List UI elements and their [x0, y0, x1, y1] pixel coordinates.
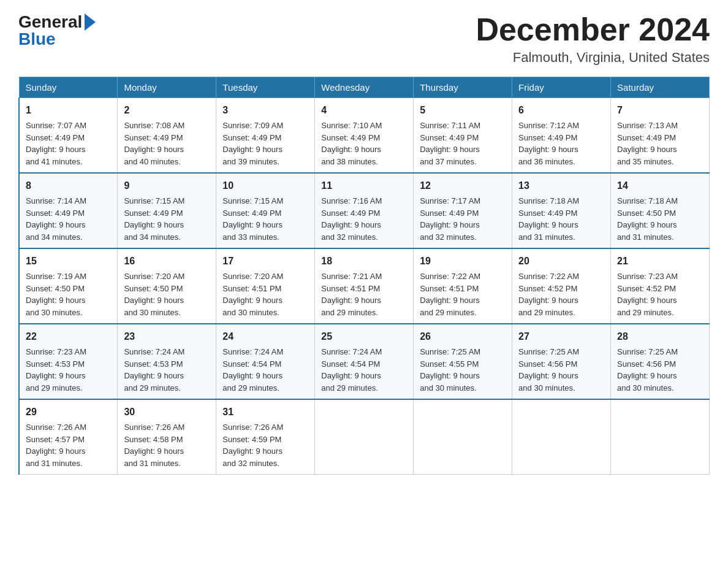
calendar-header-thursday: Thursday	[414, 77, 512, 98]
day-info: Sunrise: 7:20 AMSunset: 4:51 PMDaylight:…	[222, 270, 308, 318]
calendar-header-friday: Friday	[512, 77, 611, 98]
day-info: Sunrise: 7:25 AMSunset: 4:56 PMDaylight:…	[518, 346, 604, 394]
calendar-week-row: 22Sunrise: 7:23 AMSunset: 4:53 PMDayligh…	[19, 324, 710, 399]
calendar-cell: 6Sunrise: 7:12 AMSunset: 4:49 PMDaylight…	[512, 98, 611, 174]
calendar-cell	[315, 399, 414, 475]
day-number: 21	[617, 254, 703, 269]
calendar-cell: 19Sunrise: 7:22 AMSunset: 4:51 PMDayligh…	[414, 248, 512, 324]
calendar-cell: 20Sunrise: 7:22 AMSunset: 4:52 PMDayligh…	[512, 248, 611, 324]
day-info: Sunrise: 7:25 AMSunset: 4:55 PMDaylight:…	[420, 346, 506, 394]
title-section: December 2024 Falmouth, Virginia, United…	[476, 12, 710, 66]
calendar-week-row: 29Sunrise: 7:26 AMSunset: 4:57 PMDayligh…	[19, 399, 710, 475]
day-info: Sunrise: 7:10 AMSunset: 4:49 PMDaylight:…	[321, 120, 407, 167]
calendar-cell: 21Sunrise: 7:23 AMSunset: 4:52 PMDayligh…	[611, 248, 710, 324]
calendar-cell: 28Sunrise: 7:25 AMSunset: 4:56 PMDayligh…	[611, 324, 710, 399]
calendar-cell: 17Sunrise: 7:20 AMSunset: 4:51 PMDayligh…	[216, 248, 315, 324]
day-info: Sunrise: 7:14 AMSunset: 4:49 PMDaylight:…	[26, 195, 111, 243]
day-number: 26	[420, 329, 506, 344]
calendar-cell	[512, 399, 611, 475]
day-number: 14	[617, 178, 703, 193]
day-number: 20	[518, 254, 604, 269]
calendar-cell: 30Sunrise: 7:26 AMSunset: 4:58 PMDayligh…	[118, 399, 216, 475]
calendar-header-saturday: Saturday	[611, 77, 710, 98]
day-info: Sunrise: 7:26 AMSunset: 4:58 PMDaylight:…	[124, 421, 210, 469]
day-number: 17	[222, 254, 308, 269]
day-number: 15	[26, 254, 111, 269]
calendar-cell	[414, 399, 512, 475]
day-info: Sunrise: 7:12 AMSunset: 4:49 PMDaylight:…	[518, 120, 604, 167]
day-info: Sunrise: 7:18 AMSunset: 4:50 PMDaylight:…	[617, 195, 703, 243]
calendar-cell: 7Sunrise: 7:13 AMSunset: 4:49 PMDaylight…	[611, 98, 710, 174]
day-info: Sunrise: 7:13 AMSunset: 4:49 PMDaylight:…	[617, 120, 703, 167]
day-info: Sunrise: 7:19 AMSunset: 4:50 PMDaylight:…	[26, 270, 111, 318]
day-number: 8	[26, 178, 111, 193]
day-number: 2	[124, 103, 210, 118]
calendar-cell: 14Sunrise: 7:18 AMSunset: 4:50 PMDayligh…	[611, 173, 710, 248]
day-info: Sunrise: 7:25 AMSunset: 4:56 PMDaylight:…	[617, 346, 703, 394]
day-info: Sunrise: 7:26 AMSunset: 4:57 PMDaylight:…	[26, 421, 111, 469]
day-info: Sunrise: 7:24 AMSunset: 4:54 PMDaylight:…	[321, 346, 407, 394]
day-number: 18	[321, 254, 407, 269]
day-number: 10	[222, 178, 308, 193]
day-info: Sunrise: 7:24 AMSunset: 4:54 PMDaylight:…	[222, 346, 308, 394]
day-info: Sunrise: 7:08 AMSunset: 4:49 PMDaylight:…	[124, 120, 210, 167]
day-info: Sunrise: 7:24 AMSunset: 4:53 PMDaylight:…	[124, 346, 210, 394]
day-info: Sunrise: 7:26 AMSunset: 4:59 PMDaylight:…	[222, 421, 308, 469]
logo-arrow-icon	[85, 13, 96, 31]
calendar-week-row: 15Sunrise: 7:19 AMSunset: 4:50 PMDayligh…	[19, 248, 710, 324]
calendar-cell: 22Sunrise: 7:23 AMSunset: 4:53 PMDayligh…	[19, 324, 118, 399]
day-number: 12	[420, 178, 506, 193]
calendar-cell: 29Sunrise: 7:26 AMSunset: 4:57 PMDayligh…	[19, 399, 118, 475]
month-title: December 2024	[476, 12, 710, 47]
calendar-cell: 3Sunrise: 7:09 AMSunset: 4:49 PMDaylight…	[216, 98, 315, 174]
day-number: 31	[222, 405, 308, 419]
day-info: Sunrise: 7:07 AMSunset: 4:49 PMDaylight:…	[26, 120, 111, 167]
calendar-cell: 9Sunrise: 7:15 AMSunset: 4:49 PMDaylight…	[118, 173, 216, 248]
calendar-cell: 4Sunrise: 7:10 AMSunset: 4:49 PMDaylight…	[315, 98, 414, 174]
day-number: 3	[222, 103, 308, 118]
calendar-cell: 23Sunrise: 7:24 AMSunset: 4:53 PMDayligh…	[118, 324, 216, 399]
calendar-header-wednesday: Wednesday	[315, 77, 414, 98]
day-number: 23	[124, 329, 210, 344]
calendar-header-sunday: Sunday	[19, 77, 118, 98]
day-info: Sunrise: 7:21 AMSunset: 4:51 PMDaylight:…	[321, 270, 407, 318]
calendar-week-row: 1Sunrise: 7:07 AMSunset: 4:49 PMDaylight…	[19, 98, 710, 174]
logo-blue-text: Blue	[18, 29, 56, 49]
calendar-header-row: SundayMondayTuesdayWednesdayThursdayFrid…	[19, 77, 710, 98]
day-number: 30	[124, 405, 210, 419]
calendar-cell: 11Sunrise: 7:16 AMSunset: 4:49 PMDayligh…	[315, 173, 414, 248]
calendar-cell: 18Sunrise: 7:21 AMSunset: 4:51 PMDayligh…	[315, 248, 414, 324]
calendar-header-monday: Monday	[118, 77, 216, 98]
calendar-cell: 24Sunrise: 7:24 AMSunset: 4:54 PMDayligh…	[216, 324, 315, 399]
day-number: 28	[617, 329, 703, 344]
day-number: 13	[518, 178, 604, 193]
day-number: 5	[420, 103, 506, 118]
day-number: 16	[124, 254, 210, 269]
day-info: Sunrise: 7:16 AMSunset: 4:49 PMDaylight:…	[321, 195, 407, 243]
day-number: 24	[222, 329, 308, 344]
day-number: 1	[26, 103, 111, 118]
day-number: 11	[321, 178, 407, 193]
day-info: Sunrise: 7:22 AMSunset: 4:52 PMDaylight:…	[518, 270, 604, 318]
day-info: Sunrise: 7:09 AMSunset: 4:49 PMDaylight:…	[222, 120, 308, 167]
day-number: 7	[617, 103, 703, 118]
day-number: 6	[518, 103, 604, 118]
calendar-header-tuesday: Tuesday	[216, 77, 315, 98]
day-number: 4	[321, 103, 407, 118]
day-number: 22	[26, 329, 111, 344]
calendar-cell: 5Sunrise: 7:11 AMSunset: 4:49 PMDaylight…	[414, 98, 512, 174]
day-number: 27	[518, 329, 604, 344]
day-number: 9	[124, 178, 210, 193]
calendar-table: SundayMondayTuesdayWednesdayThursdayFrid…	[18, 77, 710, 475]
day-info: Sunrise: 7:18 AMSunset: 4:49 PMDaylight:…	[518, 195, 604, 243]
day-number: 19	[420, 254, 506, 269]
calendar-cell: 16Sunrise: 7:20 AMSunset: 4:50 PMDayligh…	[118, 248, 216, 324]
day-info: Sunrise: 7:22 AMSunset: 4:51 PMDaylight:…	[420, 270, 506, 318]
calendar-cell: 31Sunrise: 7:26 AMSunset: 4:59 PMDayligh…	[216, 399, 315, 475]
calendar-cell: 8Sunrise: 7:14 AMSunset: 4:49 PMDaylight…	[19, 173, 118, 248]
day-info: Sunrise: 7:23 AMSunset: 4:52 PMDaylight:…	[617, 270, 703, 318]
day-number: 29	[26, 405, 111, 419]
calendar-cell: 25Sunrise: 7:24 AMSunset: 4:54 PMDayligh…	[315, 324, 414, 399]
day-number: 25	[321, 329, 407, 344]
logo: General Blue	[18, 12, 96, 49]
